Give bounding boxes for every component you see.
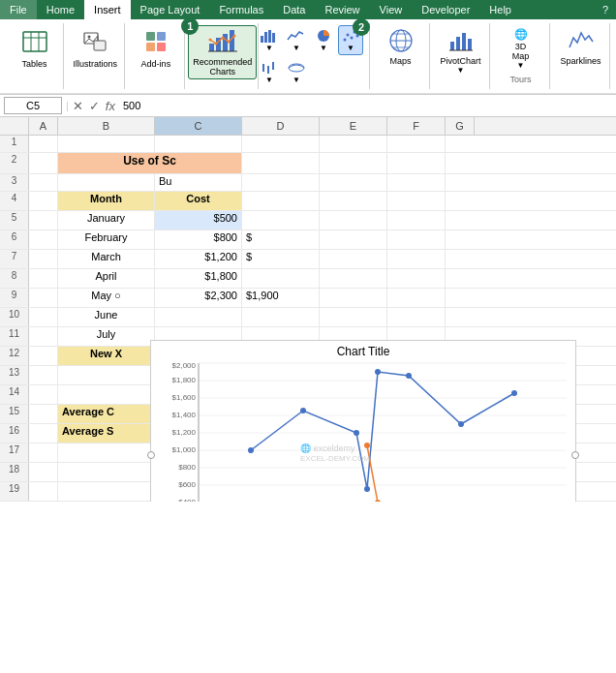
bar-chart-button[interactable]: ▼ xyxy=(257,25,282,55)
cell-e5[interactable] xyxy=(320,211,387,229)
cell-f2[interactable] xyxy=(387,153,446,173)
cell-c9[interactable]: $2,300 xyxy=(155,289,242,307)
cell-e1[interactable] xyxy=(320,136,387,152)
cell-f4[interactable] xyxy=(387,192,446,210)
cell-a8[interactable] xyxy=(29,269,58,288)
tables-button[interactable]: Tables xyxy=(15,25,54,72)
cell-c3[interactable]: Bu xyxy=(155,174,242,191)
cell-f7[interactable] xyxy=(387,250,446,268)
cell-a6[interactable] xyxy=(29,230,58,249)
cell-a9[interactable] xyxy=(29,289,58,307)
cell-d2[interactable] xyxy=(242,153,320,173)
cell-b3[interactable] xyxy=(58,174,155,191)
col-header-d[interactable]: D xyxy=(242,117,320,135)
cell-b13[interactable] xyxy=(58,366,155,384)
tab-insert[interactable]: Insert xyxy=(84,0,131,19)
stock-chart-button[interactable]: ▼ xyxy=(257,57,282,87)
col-header-b[interactable]: B xyxy=(58,117,155,135)
help-icon[interactable]: ? xyxy=(595,0,616,19)
pivotchart-button[interactable]: PivotChart ▼ xyxy=(435,25,485,77)
col-header-f[interactable]: F xyxy=(387,117,446,135)
cell-b2-title[interactable]: Use of Sc xyxy=(58,153,242,173)
cell-b6[interactable]: February xyxy=(58,230,155,249)
formula-input[interactable] xyxy=(119,99,612,112)
cell-e6[interactable] xyxy=(320,230,387,249)
cell-f10[interactable] xyxy=(387,308,446,326)
cancel-icon[interactable]: ✕ xyxy=(73,99,83,113)
cell-a17[interactable] xyxy=(29,444,58,462)
sparklines-button[interactable]: Sparklines xyxy=(555,25,605,69)
cell-a11[interactable] xyxy=(29,327,58,346)
tab-file[interactable]: File xyxy=(0,0,37,19)
addins-button[interactable]: Add-ins xyxy=(137,25,176,72)
cell-e3[interactable] xyxy=(320,174,387,191)
cell-a5[interactable] xyxy=(29,211,58,229)
cell-d5[interactable] xyxy=(242,211,320,229)
cell-a13[interactable] xyxy=(29,366,58,384)
cell-b19[interactable] xyxy=(58,482,155,501)
col-header-a[interactable]: A xyxy=(29,117,58,135)
cell-e8[interactable] xyxy=(320,269,387,288)
maps-button[interactable]: Maps xyxy=(382,25,420,69)
cell-a7[interactable] xyxy=(29,250,58,268)
tab-help[interactable]: Help xyxy=(479,0,521,19)
col-header-g[interactable]: G xyxy=(446,117,475,135)
cell-a16[interactable] xyxy=(29,424,58,443)
cell-f1[interactable] xyxy=(387,136,446,152)
cell-b11[interactable]: July xyxy=(58,327,155,346)
cell-f5[interactable] xyxy=(387,211,446,229)
cell-b17[interactable] xyxy=(58,444,155,462)
cell-d1[interactable] xyxy=(242,136,320,152)
cell-d8[interactable] xyxy=(242,269,320,288)
cell-c7[interactable]: $1,200 xyxy=(155,250,242,268)
cell-b18[interactable] xyxy=(58,463,155,481)
cell-b9[interactable]: May ○ xyxy=(58,289,155,307)
tab-home[interactable]: Home xyxy=(37,0,84,19)
cell-b16[interactable]: Average S xyxy=(58,424,155,443)
cell-b4-month[interactable]: Month xyxy=(58,192,155,210)
cell-d10[interactable] xyxy=(242,308,320,326)
cell-e7[interactable] xyxy=(320,250,387,268)
pie-chart-button[interactable]: ▼ xyxy=(311,25,336,55)
function-icon[interactable]: fx xyxy=(106,99,115,113)
cell-a2[interactable] xyxy=(29,153,58,173)
cell-a1[interactable] xyxy=(29,136,58,152)
cell-f8[interactable] xyxy=(387,269,446,288)
cell-c8[interactable]: $1,800 xyxy=(155,269,242,288)
cell-d4[interactable] xyxy=(242,192,320,210)
cell-e9[interactable] xyxy=(320,289,387,307)
recommended-charts-button[interactable]: 1 xyxy=(188,25,257,79)
cell-e2[interactable] xyxy=(320,153,387,173)
cell-e10[interactable] xyxy=(320,308,387,326)
cell-a3[interactable] xyxy=(29,174,58,191)
cell-a15[interactable] xyxy=(29,405,58,423)
col-header-e[interactable]: E xyxy=(320,117,387,135)
cell-c10[interactable] xyxy=(155,308,242,326)
cell-c6[interactable]: $800 xyxy=(155,230,242,249)
col-header-c[interactable]: C xyxy=(155,117,242,135)
cell-d7[interactable]: $ xyxy=(242,250,320,268)
line-chart-button[interactable]: ▼ xyxy=(284,25,309,55)
cell-c4-cost[interactable]: Cost xyxy=(155,192,242,210)
cell-f3[interactable] xyxy=(387,174,446,191)
illustrations-button[interactable]: Illustrations xyxy=(68,25,122,72)
cell-b15[interactable]: Average C xyxy=(58,405,155,423)
resize-handle-right[interactable] xyxy=(571,451,579,459)
cell-b10[interactable]: June xyxy=(58,308,155,326)
tab-developer[interactable]: Developer xyxy=(412,0,479,19)
tab-page-layout[interactable]: Page Layout xyxy=(131,0,210,19)
cell-a19[interactable] xyxy=(29,482,58,501)
cell-b8[interactable]: April xyxy=(58,269,155,288)
cell-f6[interactable] xyxy=(387,230,446,249)
enter-icon[interactable]: ✓ xyxy=(89,99,100,113)
cell-b7[interactable]: March xyxy=(58,250,155,268)
tab-view[interactable]: View xyxy=(370,0,413,19)
surface-chart-button[interactable]: ▼ xyxy=(284,57,309,87)
cell-d3[interactable] xyxy=(242,174,320,191)
3dmap-button[interactable]: 🌐 3DMap ▼ xyxy=(502,25,540,73)
tab-review[interactable]: Review xyxy=(315,0,369,19)
tab-data[interactable]: Data xyxy=(273,0,315,19)
cell-b14[interactable] xyxy=(58,385,155,404)
scatter-chart-button[interactable]: 2 ▼ xyxy=(338,25,363,55)
cell-a4[interactable] xyxy=(29,192,58,210)
